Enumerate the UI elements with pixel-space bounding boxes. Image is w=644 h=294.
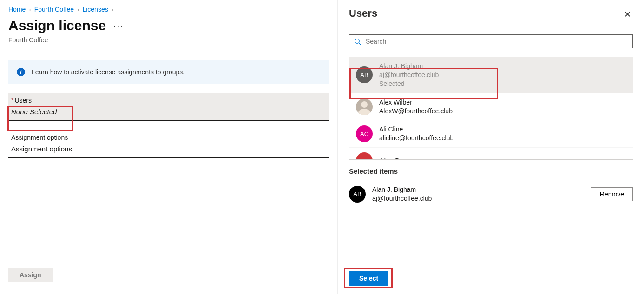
svg-line-1	[359, 43, 361, 45]
users-field[interactable]: Users None Selected	[8, 93, 329, 121]
flyout-footer: Select	[338, 262, 644, 294]
search-icon	[354, 38, 361, 45]
selected-items-header: Selected items	[349, 167, 633, 175]
avatar: AB	[356, 152, 373, 160]
user-mail: AlexW@fourthcoffee.club	[379, 107, 453, 116]
chevron-right-icon: ›	[29, 6, 31, 13]
flyout-header: Users ✕	[338, 0, 644, 26]
breadcrumb: Home › Fourth Coffee › Licenses ›	[8, 6, 329, 13]
svg-point-0	[355, 39, 359, 43]
user-name: Alan J. Bigham	[379, 62, 439, 71]
user-mail: aj@fourthcoffee.club	[379, 71, 439, 79]
info-bar-text: Learn how to activate license assignment…	[32, 68, 184, 76]
user-info: Alex WilberAlexW@fourthcoffee.club	[379, 98, 453, 116]
user-mail: alicline@fourthcoffee.club	[379, 134, 453, 143]
users-field-value: None Selected	[11, 108, 326, 116]
user-name: Alan J. Bigham	[372, 185, 585, 194]
breadcrumb-fourth-coffee[interactable]: Fourth Coffee	[34, 6, 74, 13]
user-name: Alice Berry	[379, 157, 411, 160]
user-name: Ali Cline	[379, 125, 453, 134]
select-button[interactable]: Select	[349, 271, 388, 286]
user-info: Alan J. Bighamaj@fourthcoffee.clubSelect…	[379, 62, 439, 88]
close-icon[interactable]: ✕	[622, 7, 633, 21]
flyout-body: ABAlan J. Bighamaj@fourthcoffee.clubSele…	[338, 26, 644, 262]
page-subtitle: Fourth Coffee	[8, 36, 329, 44]
users-field-label: Users	[11, 97, 326, 104]
breadcrumb-home[interactable]: Home	[8, 6, 26, 13]
breadcrumb-licenses[interactable]: Licenses	[82, 6, 108, 13]
page-title: Assign license	[8, 18, 106, 33]
user-row[interactable]: Alex WilberAlexW@fourthcoffee.club	[349, 93, 633, 121]
assignment-options-value: Assignment options	[11, 145, 326, 153]
user-row[interactable]: ACAli Clinealicline@fourthcoffee.club	[349, 120, 633, 148]
user-info: Ali Clinealicline@fourthcoffee.club	[379, 125, 453, 143]
user-mail: aj@fourthcoffee.club	[372, 194, 585, 203]
avatar	[356, 98, 373, 115]
main-pane: Home › Fourth Coffee › Licenses › Assign…	[0, 0, 337, 294]
user-row[interactable]: ABAlan J. Bighamaj@fourthcoffee.clubSele…	[349, 57, 633, 93]
overflow-menu-button[interactable]: ···	[112, 20, 126, 31]
flyout-title: Users	[349, 7, 377, 20]
selected-items-list: ABAlan J. Bighamaj@fourthcoffee.clubRemo…	[349, 181, 633, 208]
chevron-right-icon: ›	[77, 6, 79, 13]
user-info: Alice Berry	[379, 157, 411, 160]
avatar: AC	[356, 125, 373, 142]
avatar: AB	[356, 66, 373, 83]
remove-button[interactable]: Remove	[591, 187, 633, 201]
assignment-options-field[interactable]: Assignment options Assignment options	[8, 130, 329, 158]
info-icon: i	[17, 68, 25, 76]
avatar: AB	[349, 186, 366, 203]
selected-item: ABAlan J. Bighamaj@fourthcoffee.clubRemo…	[349, 181, 633, 208]
user-status: Selected	[379, 79, 439, 88]
footer-bar: Assign	[0, 259, 337, 294]
user-list[interactable]: ABAlan J. Bighamaj@fourthcoffee.clubSele…	[349, 57, 633, 160]
page-title-row: Assign license ···	[8, 18, 329, 33]
chevron-right-icon: ›	[112, 6, 113, 13]
user-name: Alex Wilber	[379, 98, 453, 107]
search-input[interactable]	[366, 38, 628, 45]
selected-user-info: Alan J. Bighamaj@fourthcoffee.club	[372, 185, 585, 203]
assign-button[interactable]: Assign	[8, 268, 53, 282]
search-field[interactable]	[349, 34, 633, 48]
user-row[interactable]: ABAlice Berry	[349, 148, 633, 160]
assignment-options-label: Assignment options	[11, 134, 326, 141]
info-bar: i Learn how to activate license assignme…	[8, 60, 329, 84]
users-flyout: Users ✕ ABAlan J. Bighamaj@fourthcoffee.…	[337, 0, 644, 294]
